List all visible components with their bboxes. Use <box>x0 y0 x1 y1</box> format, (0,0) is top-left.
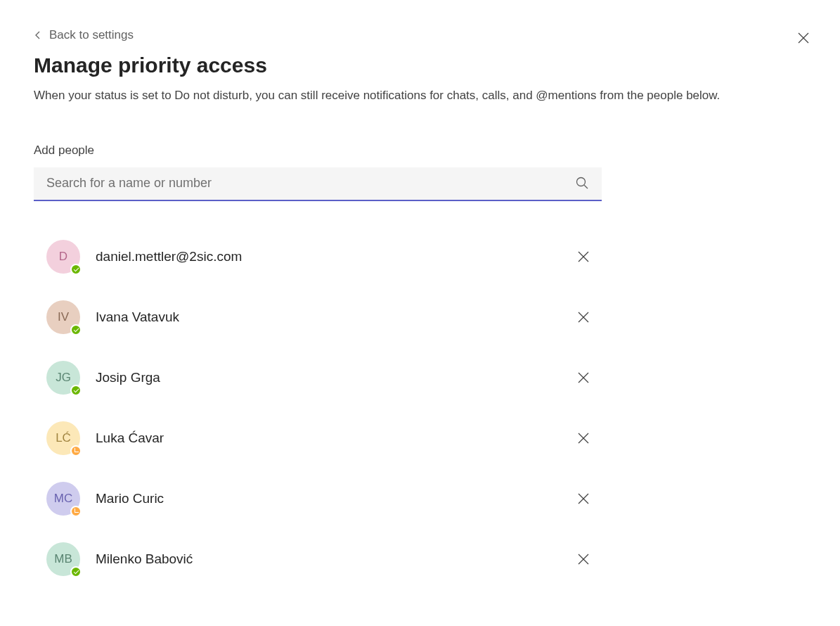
people-list: Ddaniel.mettler@2sic.comIVIvana VatavukJ… <box>34 226 602 589</box>
person-name: Mario Curic <box>96 491 569 506</box>
presence-available-icon <box>70 385 82 396</box>
presence-available-icon <box>70 264 82 275</box>
avatar: D <box>46 240 80 274</box>
chevron-left-icon <box>34 31 42 39</box>
presence-available-icon <box>70 324 82 336</box>
remove-person-button[interactable] <box>569 243 597 271</box>
person-row: LĆLuka Ćavar <box>34 408 602 468</box>
person-row: MBMilenko Babović <box>34 529 602 589</box>
close-icon <box>578 433 589 444</box>
avatar: MB <box>46 542 80 576</box>
remove-person-button[interactable] <box>569 485 597 513</box>
person-name: Luka Ćavar <box>96 430 569 446</box>
person-row: MCMario Curic <box>34 468 602 529</box>
remove-person-button[interactable] <box>569 424 597 452</box>
page-description: When your status is set to Do not distur… <box>34 87 806 104</box>
search-field-wrap <box>34 167 602 201</box>
person-name: Ivana Vatavuk <box>96 309 569 325</box>
presence-away-icon <box>70 445 82 456</box>
remove-person-button[interactable] <box>569 364 597 392</box>
close-icon <box>578 554 589 565</box>
avatar: IV <box>46 300 80 334</box>
back-link-label: Back to settings <box>49 28 134 42</box>
close-icon <box>798 32 809 44</box>
person-name: Josip Grga <box>96 370 569 385</box>
back-to-settings-link[interactable]: Back to settings <box>34 28 134 42</box>
presence-available-icon <box>70 566 82 577</box>
person-name: daniel.mettler@2sic.com <box>96 249 569 264</box>
person-row: Ddaniel.mettler@2sic.com <box>34 226 602 287</box>
person-row: IVIvana Vatavuk <box>34 287 602 347</box>
close-button[interactable] <box>795 30 812 46</box>
avatar: MC <box>46 482 80 516</box>
search-input[interactable] <box>34 167 602 201</box>
person-row: JGJosip Grga <box>34 347 602 408</box>
close-icon <box>578 493 589 504</box>
avatar: JG <box>46 361 80 395</box>
avatar: LĆ <box>46 421 80 455</box>
close-icon <box>578 312 589 323</box>
page-title: Manage priority access <box>34 53 806 77</box>
presence-away-icon <box>70 506 82 517</box>
close-icon <box>578 251 589 262</box>
add-people-label: Add people <box>34 143 806 158</box>
remove-person-button[interactable] <box>569 545 597 573</box>
close-icon <box>578 372 589 383</box>
person-name: Milenko Babović <box>96 551 569 567</box>
remove-person-button[interactable] <box>569 303 597 331</box>
